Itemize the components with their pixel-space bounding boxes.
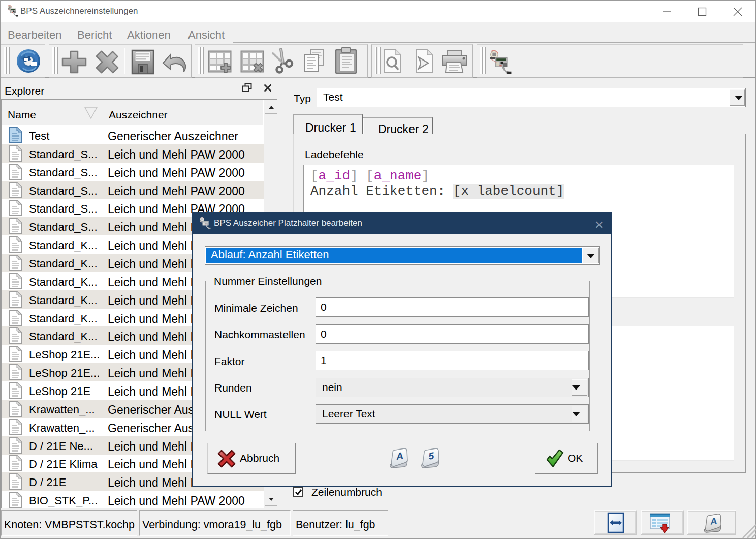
svg-text:A: A xyxy=(709,516,718,527)
svg-text:A: A xyxy=(395,450,404,462)
